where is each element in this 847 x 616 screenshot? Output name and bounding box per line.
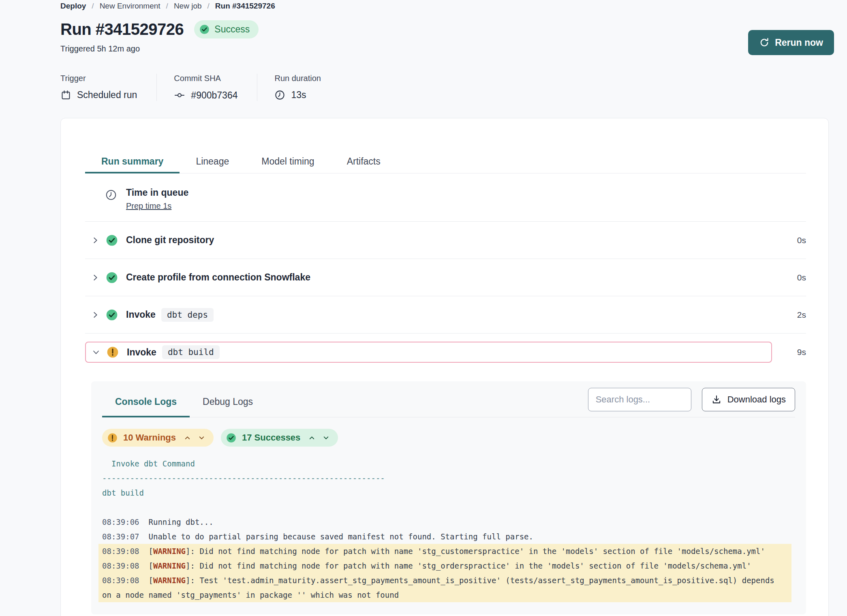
chevron-right-icon[interactable] bbox=[91, 310, 100, 319]
tab-run-summary[interactable]: Run summary bbox=[85, 151, 180, 173]
caret-up-icon bbox=[184, 434, 191, 442]
triggered-timestamp: Triggered 5h 12m ago bbox=[60, 44, 829, 53]
log-warning-bracket: ] bbox=[186, 576, 190, 585]
step-label: Clone git repository bbox=[126, 235, 214, 246]
successes-badge[interactable]: 17 Successes bbox=[221, 429, 338, 447]
time-in-queue-title: Time in queue bbox=[126, 187, 188, 198]
page-title: Run #341529726 bbox=[60, 20, 184, 38]
run-summary-card: Run summary Lineage Model timing Artifac… bbox=[60, 118, 829, 616]
meta-trigger: Trigger Scheduled run bbox=[60, 74, 156, 101]
step-create-profile-snowflake[interactable]: Create profile from connection Snowflake… bbox=[85, 259, 806, 296]
caret-up-icon bbox=[308, 434, 316, 442]
git-commit-icon bbox=[174, 90, 185, 101]
tab-model-timing[interactable]: Model timing bbox=[245, 151, 330, 173]
run-tabs: Run summary Lineage Model timing Artifac… bbox=[85, 151, 806, 173]
run-meta: Trigger Scheduled run Commit SHA #900b73… bbox=[60, 74, 829, 101]
caret-down-icon bbox=[322, 434, 330, 442]
step-label: Create profile from connection Snowflake bbox=[126, 272, 310, 283]
step-duration: 9s bbox=[782, 347, 806, 357]
log-timestamp: 08:39:06 bbox=[102, 518, 139, 526]
calendar-icon bbox=[60, 90, 71, 101]
log-command-header: Invoke dbt Command bbox=[102, 456, 788, 471]
log-actions: Download logs bbox=[588, 388, 795, 411]
selected-step-outline[interactable]: Invoke dbt build bbox=[85, 342, 772, 363]
rerun-icon bbox=[759, 37, 770, 48]
log-warning-bracket: ] bbox=[186, 547, 190, 556]
step-label: Invoke bbox=[126, 309, 156, 320]
breadcrumb-item-deploy[interactable]: Deploy bbox=[60, 2, 86, 11]
step-command-chip: dbt deps bbox=[161, 308, 214, 322]
log-blank-line bbox=[102, 500, 788, 515]
step-clone-git-repository[interactable]: Clone git repository 0s bbox=[85, 222, 806, 259]
warning-icon bbox=[106, 346, 119, 359]
log-timestamp: 08:39:07 bbox=[102, 532, 139, 541]
clock-icon bbox=[105, 189, 117, 201]
warning-icon bbox=[107, 432, 118, 443]
log-warning-bracket: ] bbox=[186, 561, 190, 570]
chevron-right-icon[interactable] bbox=[91, 236, 100, 245]
download-logs-label: Download logs bbox=[727, 394, 786, 405]
log-divider: ----------------------------------------… bbox=[102, 471, 788, 486]
breadcrumb-item-run: Run #341529726 bbox=[215, 2, 275, 11]
rerun-now-label: Rerun now bbox=[775, 37, 823, 48]
successes-badge-label: 17 Successes bbox=[242, 432, 300, 443]
step-duration: 0s bbox=[782, 273, 806, 282]
meta-commit-label: Commit SHA bbox=[174, 74, 237, 83]
step-invoke-dbt-deps[interactable]: Invoke dbt deps 2s bbox=[85, 296, 806, 334]
meta-duration: Run duration 13s bbox=[257, 74, 340, 101]
tab-debug-logs[interactable]: Debug Logs bbox=[190, 388, 266, 417]
log-warning-bracket: [ bbox=[149, 547, 153, 556]
step-command-chip: dbt build bbox=[162, 345, 220, 359]
chevron-down-icon[interactable] bbox=[92, 348, 101, 357]
download-logs-button[interactable]: Download logs bbox=[702, 388, 795, 411]
status-badge: Success bbox=[194, 20, 259, 38]
meta-commit-value: #900b7364 bbox=[191, 90, 237, 101]
log-warning-line: 08:39:08[WARNING]: Did not find matching… bbox=[98, 558, 791, 573]
search-logs-input[interactable] bbox=[588, 388, 691, 411]
step-duration: 2s bbox=[782, 310, 806, 320]
log-message: : Test 'test.admin_maturity.assert_stg_p… bbox=[102, 576, 779, 599]
run-detail-page: Deploy / New Environment / New job / Run… bbox=[0, 0, 847, 616]
next-warning-button[interactable] bbox=[198, 434, 205, 442]
log-timestamp: 08:39:08 bbox=[102, 547, 139, 556]
log-warning-label: WARNING bbox=[153, 576, 186, 585]
meta-trigger-label: Trigger bbox=[60, 74, 137, 83]
chevron-right-icon[interactable] bbox=[91, 273, 100, 282]
log-message: Unable to do partial parsing because sav… bbox=[149, 532, 533, 541]
log-message: Running dbt... bbox=[149, 518, 214, 526]
log-timestamp: 08:39:08 bbox=[102, 576, 139, 585]
success-check-icon bbox=[105, 234, 118, 247]
log-header: Console Logs Debug Logs Download logs bbox=[102, 388, 795, 417]
console-log-output: Invoke dbt Command ---------------------… bbox=[102, 456, 795, 602]
success-check-icon bbox=[105, 271, 118, 284]
rerun-now-button[interactable]: Rerun now bbox=[748, 30, 834, 55]
log-warning-bracket: [ bbox=[149, 561, 153, 570]
step-invoke-dbt-build[interactable]: Invoke dbt build 9s bbox=[85, 334, 806, 371]
check-circle-icon bbox=[199, 24, 210, 35]
breadcrumb-item-environment[interactable]: New Environment bbox=[100, 2, 160, 11]
breadcrumb-separator: / bbox=[207, 2, 210, 11]
tab-console-logs[interactable]: Console Logs bbox=[102, 388, 190, 417]
check-circle-icon bbox=[226, 432, 237, 443]
breadcrumb-item-job[interactable]: New job bbox=[174, 2, 202, 11]
next-success-button[interactable] bbox=[322, 434, 330, 442]
warnings-badge[interactable]: 10 Warnings bbox=[102, 429, 214, 447]
log-message: : Did not find matching node for patch w… bbox=[190, 561, 751, 570]
log-panel: Console Logs Debug Logs Download logs bbox=[91, 381, 806, 614]
previous-warning-button[interactable] bbox=[184, 434, 191, 442]
log-warning-label: WARNING bbox=[153, 547, 186, 556]
prep-time-link[interactable]: Prep time 1s bbox=[126, 201, 171, 211]
log-warning-bracket: [ bbox=[149, 576, 153, 585]
log-warning-line: 08:39:08[WARNING]: Test 'test.admin_matu… bbox=[98, 573, 791, 602]
meta-trigger-value: Scheduled run bbox=[77, 90, 137, 101]
log-warning-label: WARNING bbox=[153, 561, 186, 570]
breadcrumb-separator: / bbox=[92, 2, 94, 11]
previous-success-button[interactable] bbox=[308, 434, 316, 442]
meta-commit: Commit SHA #900b7364 bbox=[156, 74, 257, 101]
tab-artifacts[interactable]: Artifacts bbox=[331, 151, 397, 173]
title-row: Run #341529726 Success bbox=[60, 20, 829, 38]
log-command: dbt build bbox=[102, 486, 788, 500]
tab-lineage[interactable]: Lineage bbox=[180, 151, 245, 173]
time-in-queue-section: Time in queue Prep time 1s bbox=[85, 173, 806, 222]
meta-duration-label: Run duration bbox=[274, 74, 321, 83]
